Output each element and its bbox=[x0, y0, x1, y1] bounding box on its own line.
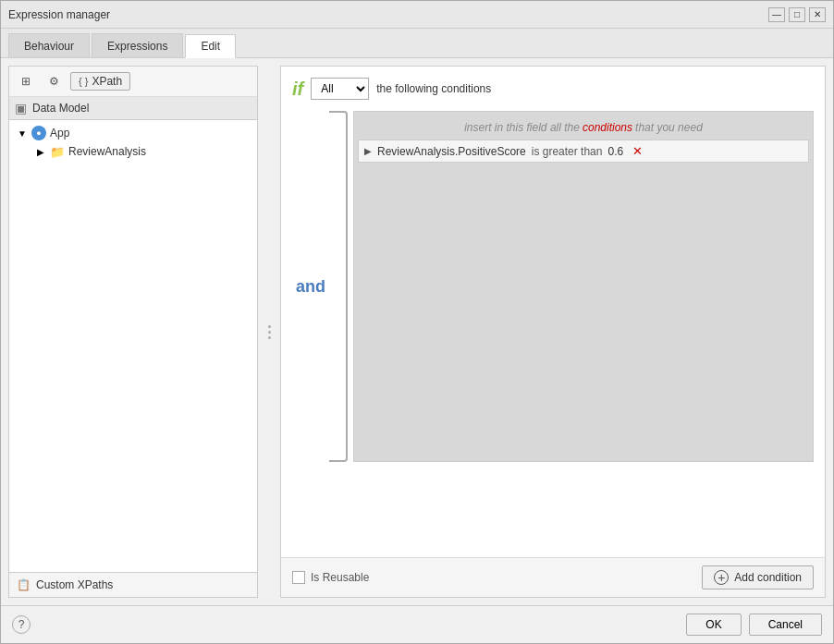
custom-xpaths-label: Custom XPaths bbox=[36, 578, 113, 591]
add-condition-button[interactable]: + Add condition bbox=[702, 565, 814, 589]
tree-toggle-app[interactable]: ▼ bbox=[17, 128, 28, 139]
title-bar: Expression manager — □ ✕ bbox=[1, 1, 833, 29]
and-brace-container: and insert in this field all the conditi… bbox=[292, 111, 814, 462]
resize-dots bbox=[268, 325, 271, 339]
is-reusable-container: Is Reusable bbox=[292, 571, 369, 584]
insert-hint-text: insert in this field all the bbox=[464, 121, 580, 134]
xpath-button[interactable]: { } XPath bbox=[70, 72, 130, 91]
ok-button[interactable]: OK bbox=[686, 614, 741, 636]
insert-hint: insert in this field all the conditions … bbox=[358, 115, 809, 138]
tab-edit-label: Edit bbox=[201, 40, 220, 53]
gear-icon-button[interactable]: ⚙ bbox=[43, 70, 65, 92]
resize-dot-2 bbox=[268, 331, 271, 334]
tab-bar: Behaviour Expressions Edit bbox=[1, 29, 833, 58]
tree-area: ▼ ● App ▶ 📁 ReviewAnalysis bbox=[9, 120, 257, 572]
left-toolbar: ⊞ ⚙ { } XPath bbox=[9, 67, 257, 97]
left-panel: ⊞ ⚙ { } XPath ▣ Data Model ▼ ● bbox=[8, 66, 258, 598]
xpath-label: XPath bbox=[92, 75, 122, 88]
bottom-bar: ? OK Cancel bbox=[1, 605, 833, 643]
data-model-section-header: ▣ Data Model bbox=[9, 97, 257, 120]
resize-dot-1 bbox=[268, 325, 271, 328]
review-analysis-label: ReviewAnalysis bbox=[68, 145, 146, 158]
table-icon-button[interactable]: ⊞ bbox=[15, 70, 37, 92]
review-folder-icon: 📁 bbox=[50, 144, 65, 159]
conditions-box[interactable]: insert in this field all the conditions … bbox=[353, 111, 814, 462]
conditions-italic-text: conditions bbox=[583, 121, 632, 134]
tab-edit[interactable]: Edit bbox=[185, 34, 236, 58]
tab-behaviour-label: Behaviour bbox=[24, 40, 74, 53]
data-model-icon: ▣ bbox=[15, 101, 27, 115]
cancel-button[interactable]: Cancel bbox=[749, 614, 822, 636]
window-controls: — □ ✕ bbox=[768, 7, 826, 22]
condition-row: ▶ ReviewAnalysis.PositiveScore is greate… bbox=[358, 140, 809, 163]
expression-manager-window: Expression manager — □ ✕ Behaviour Expre… bbox=[0, 0, 834, 644]
if-row: if All Any None the following conditions bbox=[292, 78, 814, 100]
following-label: the following conditions bbox=[376, 82, 491, 95]
right-panel: if All Any None the following conditions… bbox=[280, 66, 826, 598]
resize-dot-3 bbox=[268, 336, 271, 339]
expression-area: if All Any None the following conditions… bbox=[281, 67, 825, 557]
condition-operator: is greater than bbox=[532, 145, 603, 158]
tree-item-app[interactable]: ▼ ● App bbox=[13, 124, 253, 142]
is-reusable-label: Is Reusable bbox=[311, 571, 369, 584]
app-node-icon: ● bbox=[31, 126, 46, 140]
expression-footer: Is Reusable + Add condition bbox=[281, 557, 825, 597]
that-you-need-text: that you need bbox=[635, 121, 703, 134]
brace-line bbox=[329, 111, 348, 462]
xpath-icon: { } bbox=[79, 76, 88, 87]
maximize-button[interactable]: □ bbox=[789, 7, 805, 22]
help-button[interactable]: ? bbox=[12, 615, 31, 634]
condition-expand-arrow[interactable]: ▶ bbox=[364, 146, 372, 156]
bottom-buttons: OK Cancel bbox=[686, 614, 822, 636]
tree-toggle-review[interactable]: ▶ bbox=[35, 146, 46, 157]
main-content: ⊞ ⚙ { } XPath ▣ Data Model ▼ ● bbox=[1, 58, 833, 605]
gear-icon: ⚙ bbox=[49, 75, 59, 88]
resize-handle[interactable] bbox=[265, 66, 273, 598]
tab-behaviour[interactable]: Behaviour bbox=[8, 33, 90, 57]
condition-value: 0.6 bbox=[607, 145, 623, 158]
app-label: App bbox=[50, 127, 69, 140]
custom-xpaths-section[interactable]: 📋 Custom XPaths bbox=[9, 572, 257, 597]
close-button[interactable]: ✕ bbox=[809, 7, 826, 22]
add-condition-label: Add condition bbox=[734, 571, 802, 584]
data-model-label: Data Model bbox=[32, 102, 89, 115]
condition-delete-button[interactable]: ✕ bbox=[632, 144, 643, 158]
custom-xpaths-icon: 📋 bbox=[17, 578, 31, 591]
if-label: if bbox=[292, 79, 303, 100]
help-icon-symbol: ? bbox=[18, 618, 25, 631]
tab-expressions-label: Expressions bbox=[107, 40, 167, 53]
minimize-button[interactable]: — bbox=[768, 7, 785, 22]
condition-field: ReviewAnalysis.PositiveScore bbox=[377, 145, 526, 158]
add-condition-icon: + bbox=[714, 570, 729, 585]
tree-children-app: ▶ 📁 ReviewAnalysis bbox=[13, 142, 253, 161]
and-label: and bbox=[292, 111, 329, 462]
tab-expressions[interactable]: Expressions bbox=[92, 33, 183, 57]
table-icon: ⊞ bbox=[21, 75, 31, 88]
tree-item-review-analysis[interactable]: ▶ 📁 ReviewAnalysis bbox=[31, 142, 253, 161]
is-reusable-checkbox[interactable] bbox=[292, 571, 305, 584]
condition-type-dropdown[interactable]: All Any None bbox=[311, 78, 369, 100]
window-title: Expression manager bbox=[8, 8, 110, 21]
